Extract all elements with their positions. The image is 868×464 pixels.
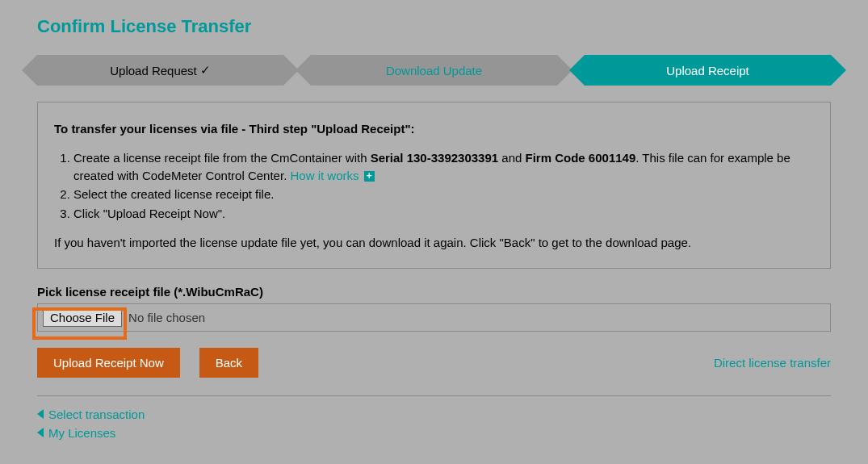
instructions-heading: To transfer your licenses via file - Thi… <box>54 120 814 138</box>
checkmark-icon: ✓ <box>200 63 211 77</box>
step-label: Upload Request <box>110 64 197 77</box>
instructions-panel: To transfer your licenses via file - Thi… <box>37 102 831 269</box>
select-transaction-link[interactable]: Select transaction <box>37 408 831 421</box>
instruction-item: Create a license receipt file from the C… <box>73 149 814 185</box>
text: Create a license receipt file from the C… <box>73 151 371 165</box>
upload-receipt-now-button[interactable]: Upload Receipt Now <box>37 348 180 378</box>
link-label: My Licenses <box>48 426 115 440</box>
link-label: Select transaction <box>48 408 145 421</box>
my-licenses-link[interactable]: My Licenses <box>37 426 831 440</box>
plus-icon[interactable]: + <box>364 171 375 182</box>
back-button[interactable]: Back <box>199 348 258 378</box>
instruction-item: Click "Upload Receipt Now". <box>73 205 814 223</box>
arrow-left-icon <box>37 428 44 437</box>
instruction-item: Select the created license receipt file. <box>73 186 814 203</box>
bottom-links: Select transaction My Licenses <box>37 408 831 440</box>
step-label: Upload Receipt <box>666 64 749 77</box>
page-title: Confirm License Transfer <box>37 16 831 37</box>
step-upload-receipt[interactable]: Upload Receipt <box>585 55 831 86</box>
direct-license-transfer-link[interactable]: Direct license transfer <box>714 356 831 370</box>
choose-file-button[interactable]: Choose File <box>43 308 122 327</box>
firm-code: Firm Code 6001149 <box>526 151 636 165</box>
text: and <box>498 151 525 165</box>
serial-number: Serial 130-3392303391 <box>371 151 498 165</box>
how-it-works-link[interactable]: How it works <box>290 169 359 182</box>
step-upload-request[interactable]: Upload Request ✓ <box>37 55 283 86</box>
divider <box>37 395 831 396</box>
arrow-left-icon <box>37 409 44 419</box>
instructions-list: Create a license receipt file from the C… <box>54 149 814 223</box>
file-picker-label: Pick license receipt file (*.WibuCmRaC) <box>37 285 831 299</box>
step-bar: Upload Request ✓ Download Update Upload … <box>37 55 831 86</box>
action-row: Upload Receipt Now Back Direct license t… <box>37 348 831 378</box>
step-label: Download Update <box>386 64 482 77</box>
step-download-update[interactable]: Download Update <box>311 55 557 86</box>
file-picker-row: Choose File No file chosen <box>37 303 831 332</box>
file-picker-status: No file chosen <box>128 311 205 324</box>
instructions-note: If you haven't imported the license upda… <box>54 234 814 252</box>
